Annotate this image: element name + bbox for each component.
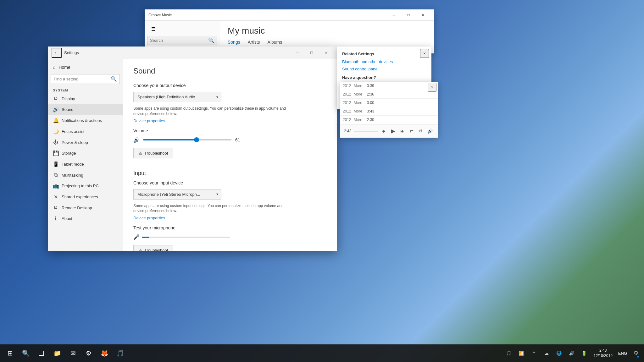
sidebar-item-focus[interactable]: 🌙 Focus assist	[48, 126, 123, 137]
sidebar-item-projecting[interactable]: 📺 Projecting to this PC	[48, 180, 123, 191]
search-taskbar-icon: 🔍	[22, 349, 30, 357]
tray-groove-icon[interactable]: 🎵	[503, 346, 514, 361]
sidebar-item-tablet[interactable]: 📱 Tablet mode	[48, 159, 123, 170]
tray-network-icon[interactable]: 🌐	[553, 346, 565, 361]
input-section-title: Input	[133, 170, 327, 177]
tray-chevron-icon[interactable]: ^	[528, 346, 540, 361]
song-row-1[interactable]: 2012 More 3:39	[340, 82, 438, 90]
output-device-dropdown[interactable]: Speakers (High Definition Audio...	[133, 92, 221, 102]
song-more-3[interactable]: More	[354, 101, 362, 105]
tray-volume-icon[interactable]: 🔊	[566, 346, 577, 361]
settings-title: Settings	[64, 50, 290, 55]
groove-search-icon: 🔍	[208, 37, 214, 43]
groove-menu-btn[interactable]: ☰	[147, 23, 160, 35]
song-row-5[interactable]: 2012 More 2:30	[340, 116, 438, 124]
input-hint: Some apps are using custom input setting…	[133, 203, 291, 214]
song-row-4[interactable]: 2012 More 3:43	[340, 107, 438, 116]
settings-minimize-btn[interactable]: ─	[290, 48, 304, 58]
groove-titlebar: Groove Music ─ □ ×	[145, 9, 434, 21]
sidebar-search-input[interactable]	[54, 77, 111, 81]
song-row-3[interactable]: 2012 More 3:00	[340, 99, 438, 107]
firefox-btn[interactable]: 🦊	[97, 346, 112, 361]
sidebar-label-tablet: Tablet mode	[62, 162, 84, 167]
song-year-5: 2012	[343, 118, 351, 122]
input-device-props-link[interactable]: Device properties	[133, 216, 165, 220]
volume-container: 🔊 61	[133, 137, 327, 143]
volume-slider[interactable]	[143, 139, 231, 140]
song-more-5[interactable]: More	[354, 118, 362, 122]
sidebar-item-multitasking[interactable]: ⧉ Multitasking	[48, 170, 123, 180]
output-troubleshoot-btn[interactable]: ⚠ Troubleshoot	[133, 148, 173, 158]
tray-clock[interactable]: 2:43 12/10/2019	[591, 346, 615, 361]
tray-onedrive-icon[interactable]: ☁	[541, 346, 552, 361]
settings-body: ⌂ Home 🔍 System 🖥 Display 🔊 Sound 🔔 Noti…	[48, 59, 337, 251]
settings-taskbar-btn[interactable]: ⚙	[81, 346, 96, 361]
player-prev-btn[interactable]: ⏮	[380, 128, 387, 134]
settings-maximize-btn[interactable]: □	[304, 48, 319, 58]
song-row-2[interactable]: 2012 More 2:36	[340, 90, 438, 99]
settings-close-btn[interactable]: ×	[319, 48, 333, 58]
related-link-bluetooth[interactable]: Bluetooth and other devices	[342, 59, 426, 64]
song-more-1[interactable]: More	[354, 84, 362, 88]
have-question-title: Have a question?	[342, 75, 426, 80]
player-play-btn[interactable]: ▶	[390, 127, 397, 135]
sidebar-label-multitasking: Multitasking	[62, 173, 83, 178]
home-icon: ⌂	[53, 65, 55, 70]
clock-time: 2:43	[599, 348, 607, 353]
output-section-title: Choose your output device	[133, 83, 327, 88]
tray-connect-icon[interactable]: 📶	[516, 346, 527, 361]
test-mic-label: Test your microphone	[133, 225, 327, 230]
file-explorer-btn[interactable]: 📁	[50, 346, 65, 361]
song-more-2[interactable]: More	[354, 92, 362, 96]
related-link-sound-panel[interactable]: Sound control panel	[342, 67, 426, 71]
settings-win-controls: ─ □ ×	[290, 48, 333, 58]
tray-battery-icon[interactable]: 🔋	[579, 346, 590, 361]
player-volume-btn[interactable]: 🔊	[426, 128, 434, 134]
player-shuffle-btn[interactable]: ⇄	[408, 128, 415, 134]
sidebar-label-display: Display	[62, 96, 75, 101]
sidebar-item-sound[interactable]: 🔊 Sound	[48, 104, 123, 115]
mail-btn[interactable]: ✉	[65, 346, 80, 361]
sidebar-item-shared[interactable]: ✕ Shared experiences	[48, 191, 123, 202]
settings-back-btn[interactable]: ←	[52, 48, 62, 58]
player-progress-bar[interactable]	[354, 131, 378, 132]
groove-minimize-btn[interactable]: ─	[387, 10, 401, 20]
input-troubleshoot-btn[interactable]: ⚠ Troubleshoot	[133, 245, 173, 251]
input-device-dropdown[interactable]: Microphone (Yeti Stereo Microph...	[133, 189, 221, 200]
player-repeat-btn[interactable]: ↺	[417, 128, 424, 134]
groove-close-btn[interactable]: ×	[416, 10, 430, 20]
sidebar-item-about[interactable]: ℹ About	[48, 213, 123, 224]
song-year-2: 2012	[343, 92, 351, 96]
sidebar-item-remote[interactable]: 🖥 Remote Desktop	[48, 202, 123, 213]
settings-main: Sound Choose your output device Speakers…	[123, 59, 337, 251]
sidebar-item-power[interactable]: ⏻ Power & sleep	[48, 137, 123, 148]
sidebar-section-label: System	[48, 86, 123, 93]
groove-taskbar-btn[interactable]: 🎵	[113, 346, 128, 361]
sidebar-home[interactable]: ⌂ Home	[48, 62, 123, 73]
groove-win-controls: ─ □ ×	[387, 10, 430, 20]
player-next-btn[interactable]: ⏭	[399, 128, 406, 134]
groove-songs-close-btn[interactable]: ×	[428, 83, 436, 92]
groove-maximize-btn[interactable]: □	[401, 10, 416, 20]
tray-language[interactable]: ENG	[616, 351, 629, 356]
sidebar-item-notifications[interactable]: 🔔 Notifications & actions	[48, 115, 123, 126]
start-button[interactable]: ⊞	[3, 346, 18, 361]
related-panel-close-btn[interactable]: ×	[420, 49, 429, 58]
tablet-icon: 📱	[53, 161, 58, 167]
groove-search-input[interactable]	[150, 38, 208, 43]
search-taskbar-btn[interactable]: 🔍	[18, 346, 33, 361]
about-icon: ℹ	[53, 216, 58, 222]
sidebar-label-projecting: Projecting to this PC	[62, 184, 99, 188]
volume-value: 61	[235, 137, 243, 142]
notification-center-icon[interactable]: 🗨	[630, 346, 641, 361]
task-view-btn[interactable]: ❑	[34, 346, 49, 361]
sidebar-item-storage[interactable]: 💾 Storage	[48, 148, 123, 159]
notifications-icon: 🔔	[53, 118, 58, 123]
groove-title: Groove Music	[148, 13, 387, 17]
settings-page-title: Sound	[133, 67, 327, 75]
settings-window: ← Settings ─ □ × ⌂ Home 🔍 System 🖥 Displ…	[48, 47, 337, 251]
output-device-props-link[interactable]: Device properties	[133, 118, 165, 123]
song-more-4[interactable]: More	[354, 109, 362, 113]
sidebar-item-display[interactable]: 🖥 Display	[48, 93, 123, 104]
sidebar-home-label: Home	[58, 65, 70, 70]
